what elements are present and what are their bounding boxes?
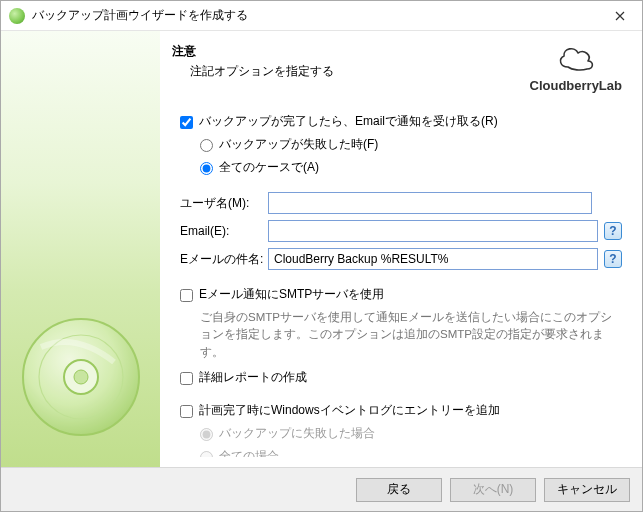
detailed-report-label[interactable]: 詳細レポートの作成 (199, 369, 307, 386)
all-cases-radio[interactable] (200, 162, 213, 175)
eventlog-failed-row: バックアップに失敗した場合 (200, 425, 622, 442)
smtp-checkbox-row: Eメール通知にSMTPサーバを使用 (180, 286, 622, 303)
detailed-report-checkbox[interactable] (180, 372, 193, 385)
next-button: 次へ(N) (450, 478, 536, 502)
when-failed-radio-row: バックアップが失敗した時(F) (200, 136, 622, 153)
username-row: ユーザ名(M): (180, 192, 622, 214)
subject-row: Eメールの件名: ? (180, 248, 622, 270)
eventlog-failed-radio (200, 428, 213, 441)
form: バックアップが完了したら、Emailで通知を受け取る(R) バックアップが失敗し… (172, 113, 622, 457)
footer: 戻る 次へ(N) キャンセル (1, 467, 642, 511)
disc-icon (16, 312, 146, 442)
email-label: Email(E): (180, 224, 268, 238)
email-help-button[interactable]: ? (604, 222, 622, 240)
eventlog-checkbox-label[interactable]: 計画完了時にWindowsイベントログにエントリーを追加 (199, 402, 500, 419)
username-input[interactable] (268, 192, 592, 214)
when-failed-radio[interactable] (200, 139, 213, 152)
notify-checkbox[interactable] (180, 116, 193, 129)
window-title: バックアップ計画ウイザードを作成する (32, 7, 597, 24)
page-subtitle: 注記オプションを指定する (190, 63, 334, 80)
when-failed-radio-label[interactable]: バックアップが失敗した時(F) (219, 136, 378, 153)
brand-name: CloudberryLab (530, 78, 622, 93)
subject-input[interactable] (268, 248, 598, 270)
detailed-report-row: 詳細レポートの作成 (180, 369, 622, 386)
cloud-icon (554, 43, 598, 73)
subject-help-button[interactable]: ? (604, 250, 622, 268)
notify-checkbox-row: バックアップが完了したら、Emailで通知を受け取る(R) (180, 113, 622, 130)
svg-point-3 (74, 370, 88, 384)
email-row: Email(E): ? (180, 220, 622, 242)
eventlog-all-label: 全ての場合 (219, 448, 279, 457)
eventlog-checkbox[interactable] (180, 405, 193, 418)
titlebar: バックアップ計画ウイザードを作成する (1, 1, 642, 31)
content: 注意 注記オプションを指定する CloudberryLab バックアップが完了し… (160, 31, 642, 467)
back-button[interactable]: 戻る (356, 478, 442, 502)
app-icon (9, 8, 25, 24)
brand-logo: CloudberryLab (530, 43, 622, 93)
email-input[interactable] (268, 220, 598, 242)
all-cases-radio-row: 全てのケースで(A) (200, 159, 622, 176)
all-cases-radio-label[interactable]: 全てのケースで(A) (219, 159, 319, 176)
cancel-button[interactable]: キャンセル (544, 478, 630, 502)
eventlog-all-row: 全ての場合 (200, 448, 622, 457)
smtp-checkbox-label[interactable]: Eメール通知にSMTPサーバを使用 (199, 286, 384, 303)
close-button[interactable] (597, 1, 642, 30)
eventlog-checkbox-row: 計画完了時にWindowsイベントログにエントリーを追加 (180, 402, 622, 419)
subject-label: Eメールの件名: (180, 251, 268, 268)
wizard-window: バックアップ計画ウイザードを作成する (0, 0, 643, 512)
page-title: 注意 (172, 43, 334, 60)
notify-checkbox-label[interactable]: バックアップが完了したら、Emailで通知を受け取る(R) (199, 113, 498, 130)
body: 注意 注記オプションを指定する CloudberryLab バックアップが完了し… (1, 31, 642, 467)
smtp-checkbox[interactable] (180, 289, 193, 302)
sidebar (1, 31, 160, 467)
page-header: 注意 注記オプションを指定する CloudberryLab (172, 43, 622, 93)
eventlog-all-radio (200, 451, 213, 457)
username-label: ユーザ名(M): (180, 195, 268, 212)
smtp-description: ご自身のSMTPサーバを使用して通知Eメールを送信したい場合にこのオプションを指… (200, 309, 622, 361)
eventlog-failed-label: バックアップに失敗した場合 (219, 425, 375, 442)
close-icon (615, 11, 625, 21)
